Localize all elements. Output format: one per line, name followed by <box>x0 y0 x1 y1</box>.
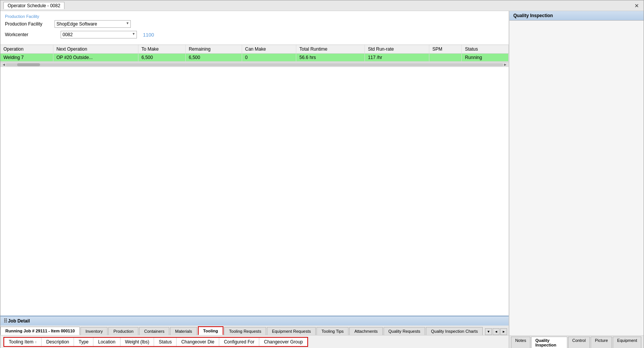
tooling-col-3: Location <box>93 337 120 346</box>
ops-cell-8: Running <box>462 54 509 62</box>
tooling-col-5: Status <box>154 337 177 346</box>
tooling-header-row: Tooling Item ↕DescriptionTypeLocationWei… <box>4 337 308 346</box>
tab-item-3[interactable]: Containers <box>139 327 169 335</box>
job-detail-section: ⠿ Job Detail Running Job # 29111 - Item … <box>0 316 509 348</box>
workcenter-label: Workcenter <box>5 32 55 37</box>
close-button[interactable]: ✕ <box>633 3 641 9</box>
ops-cell-1: OP #20 Outside... <box>53 54 138 62</box>
right-tab-1[interactable]: Quality Inspection <box>531 337 567 348</box>
tooling-col-2: Type <box>74 337 93 346</box>
operations-table-container: Operation Next Operation To Make Remaini… <box>0 45 509 316</box>
tooling-col-7: Configured For <box>219 337 259 346</box>
tooling-table-container: Tooling Item ↕DescriptionTypeLocationWei… <box>0 335 509 348</box>
production-facility-select[interactable]: ShopEdge Software <box>55 20 131 28</box>
ops-table-row[interactable]: Welding 7OP #20 Outside...6,5006,500056.… <box>0 54 509 62</box>
col-operation: Operation <box>0 45 53 54</box>
scroll-left[interactable]: ◄ <box>2 62 6 67</box>
tab-item-11[interactable]: Quality Inspection Charts <box>426 327 483 335</box>
right-tab-4[interactable]: Equipment <box>613 337 641 348</box>
col-next-operation: Next Operation <box>53 45 138 54</box>
ops-scrollbar[interactable]: ◄ ► <box>0 62 509 67</box>
tooling-col-4: Weight (lbs) <box>120 337 154 346</box>
tab-item-2[interactable]: Production <box>108 327 138 335</box>
col-status: Status <box>462 45 509 54</box>
tab-item-1[interactable]: Inventory <box>80 327 108 335</box>
ops-table-header-row: Operation Next Operation To Make Remaini… <box>0 45 509 54</box>
ops-cell-5: 56.6 hrs <box>296 54 365 62</box>
tab-item-8[interactable]: Tooling Tips <box>316 327 348 335</box>
right-panel: Quality Inspection NotesQuality Inspecti… <box>509 11 644 348</box>
tab-item-6[interactable]: Tooling Requests <box>224 327 266 335</box>
tab-item-10[interactable]: Quality Requests <box>384 327 426 335</box>
scrollbar-track <box>6 63 503 66</box>
scroll-right[interactable]: ► <box>503 62 507 67</box>
tab-item-0[interactable]: Running Job # 29111 - Item 000110 <box>0 327 80 335</box>
col-to-make: To Make <box>138 45 185 54</box>
operations-table: Operation Next Operation To Make Remaini… <box>0 45 509 62</box>
scrollbar-thumb <box>17 63 40 66</box>
ops-cell-7 <box>429 54 462 62</box>
ops-cell-4: 0 <box>242 54 296 62</box>
production-facility-section: Production Facility Production Facility … <box>0 11 509 45</box>
right-tab-2[interactable]: Control <box>568 337 590 348</box>
ops-cell-3: 6,500 <box>185 54 242 62</box>
tab-item-5[interactable]: Tooling <box>198 326 223 335</box>
tab-item-4[interactable]: Materials <box>170 327 197 335</box>
main-content: Production Facility Production Facility … <box>0 11 644 348</box>
ops-cell-2: 6,500 <box>138 54 185 62</box>
production-facility-row: Production Facility ShopEdge Software <box>5 20 504 28</box>
right-panel-tabs: NotesQuality InspectionControlPictureEqu… <box>509 335 644 348</box>
workcenter-select-wrapper: 0082 <box>61 31 137 38</box>
col-remaining: Remaining <box>185 45 242 54</box>
title-bar-left: Operator Schedule - 0082 <box>3 2 64 9</box>
tab-item-9[interactable]: Attachments <box>349 327 382 335</box>
tooling-table: Tooling Item ↕DescriptionTypeLocationWei… <box>3 337 308 347</box>
job-detail-title: Job Detail <box>8 318 30 324</box>
col-can-make: Can Make <box>242 45 296 54</box>
tab-next-btn[interactable]: ► <box>500 328 507 335</box>
right-tab-3[interactable]: Picture <box>591 337 612 348</box>
ops-cell-6: 117 /hr <box>365 54 429 62</box>
col-std-run-rate: Std Run-rate <box>365 45 429 54</box>
window-title-tab: Operator Schedule - 0082 <box>3 2 64 9</box>
right-tab-0[interactable]: Notes <box>511 337 530 348</box>
col-spm: SPM <box>429 45 462 54</box>
title-bar: Operator Schedule - 0082 ✕ <box>0 0 644 11</box>
main-window: Operator Schedule - 0082 ✕ Production Fa… <box>0 0 644 348</box>
workcenter-row: Workcenter 0082 1100 <box>5 31 504 38</box>
job-detail-header: ⠿ Job Detail <box>0 316 509 326</box>
sort-icon: ↕ <box>35 340 37 344</box>
left-panel: Production Facility Production Facility … <box>0 11 509 348</box>
ops-cell-0: Welding 7 <box>0 54 53 62</box>
window-title: Operator Schedule - 0082 <box>8 3 60 8</box>
quality-inspection-body <box>509 21 644 335</box>
job-detail-dots: ⠿ <box>3 318 6 324</box>
production-facility-label: Production Facility <box>5 21 55 27</box>
tab-prev-btn[interactable]: ◄ <box>493 328 499 335</box>
tab-nav-buttons: ▼ ◄ ► <box>483 328 509 335</box>
tooling-col-0: Tooling Item ↕ <box>4 338 42 346</box>
tab-dropdown-btn[interactable]: ▼ <box>485 328 492 335</box>
tooling-col-1: Description <box>42 337 74 346</box>
tooling-col-8: Changeover Group <box>259 337 308 346</box>
production-facility-section-label: Production Facility <box>5 14 504 19</box>
production-facility-select-wrapper: ShopEdge Software <box>55 20 131 28</box>
workcenter-number: 1100 <box>143 32 154 38</box>
workcenter-select[interactable]: 0082 <box>61 31 137 38</box>
tabs-row: Running Job # 29111 - Item 000110Invento… <box>0 326 509 335</box>
col-total-runtime: Total Runtime <box>296 45 365 54</box>
tooling-col-6: Changeover Die <box>177 337 219 346</box>
tab-item-7[interactable]: Equipment Requests <box>267 327 316 335</box>
quality-inspection-header: Quality Inspection <box>509 11 644 21</box>
